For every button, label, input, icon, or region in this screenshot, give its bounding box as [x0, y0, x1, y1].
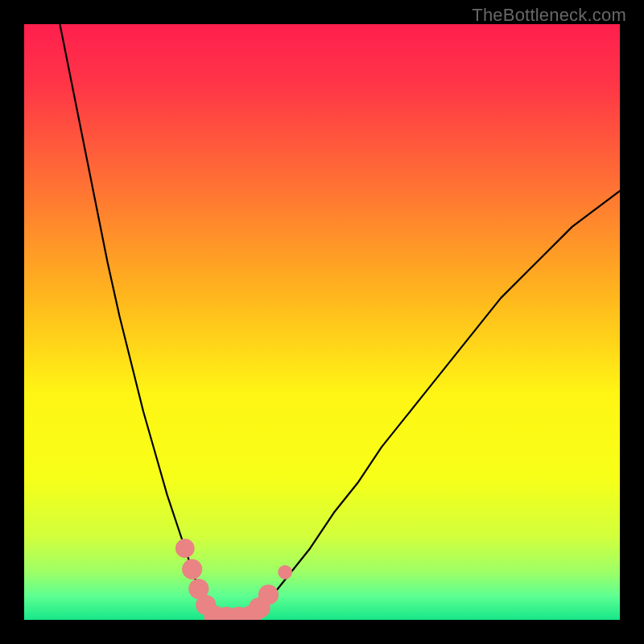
plot-area: [24, 24, 620, 620]
left-blob-1: [175, 539, 195, 558]
right-dot: [278, 565, 292, 580]
watermark-text: TheBottleneck.com: [472, 5, 626, 26]
left-blob-2: [182, 559, 202, 580]
right-blob-2: [258, 584, 279, 605]
series-right-arm: [250, 191, 620, 620]
chart-frame: TheBottleneck.com: [0, 0, 644, 644]
series-left-arm: [60, 24, 214, 620]
curve-layer: [24, 24, 620, 620]
